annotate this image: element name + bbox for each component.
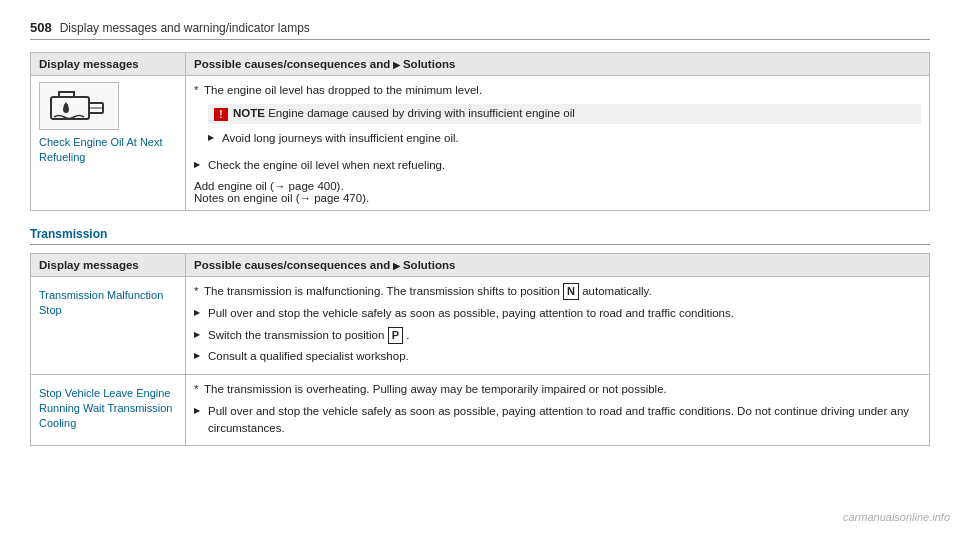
s2-display-cell-1: Transmission MalfunctionStop xyxy=(31,276,186,374)
section1-table: Display messages Possible causes/consequ… xyxy=(30,52,930,211)
table-row: Check Engine Oil At Next Refueling The e… xyxy=(31,76,930,211)
table-row: Transmission MalfunctionStop The transmi… xyxy=(31,276,930,374)
sub-bullet-list: Avoid long journeys with insufficient en… xyxy=(208,128,921,149)
s2-display-cell-2: Stop Vehicle Leave EngineRunning Wait Tr… xyxy=(31,374,186,446)
s2-col2-header: Possible causes/consequences and ▶ Solut… xyxy=(186,253,930,276)
oil-can-icon xyxy=(49,87,109,125)
list-item: Avoid long journeys with insufficient en… xyxy=(208,128,921,149)
list-item: Pull over and stop the vehicle safely as… xyxy=(194,303,921,324)
main-bullet-list: Check the engine oil level when next ref… xyxy=(194,155,921,176)
display-cell: Check Engine Oil At Next Refueling xyxy=(31,76,186,211)
page-number: 508 xyxy=(30,20,52,35)
oil-icon-box xyxy=(39,82,119,130)
list-item: Check the engine oil level when next ref… xyxy=(194,155,921,176)
note-text: NOTE Engine damage caused by driving wit… xyxy=(233,107,575,119)
s2-solutions-arrow: ▶ xyxy=(393,261,403,271)
s2-causes-cell-2: The transmission is overheating. Pulling… xyxy=(186,374,930,446)
watermark: carmanualsonline.info xyxy=(843,511,950,523)
refs: Add engine oil (→ page 400). Notes on en… xyxy=(194,180,921,204)
causes-cell-1: The engine oil level has dropped to the … xyxy=(186,76,930,211)
s2-causes-cell-1: The transmission is malfunctioning. The … xyxy=(186,276,930,374)
stop-vehicle-label: Stop Vehicle Leave EngineRunning Wait Tr… xyxy=(39,386,177,432)
gear-n-indicator: N xyxy=(563,283,579,300)
page-title: Display messages and warning/indicator l… xyxy=(60,21,310,35)
s2-bullet-list-1: Pull over and stop the vehicle safely as… xyxy=(194,303,921,367)
col2-header: Possible causes/consequences and ▶ Solut… xyxy=(186,53,930,76)
note-icon: ! xyxy=(214,108,228,121)
s2-bullet-list-2: Pull over and stop the vehicle safely as… xyxy=(194,401,921,440)
transmission-section-header: Transmission xyxy=(30,227,930,245)
star-item-1: The engine oil level has dropped to the … xyxy=(194,82,921,99)
gear-p-indicator: P xyxy=(388,327,403,344)
list-item: Consult a qualified specialist workshop. xyxy=(194,346,921,367)
table-row: Stop Vehicle Leave EngineRunning Wait Tr… xyxy=(31,374,930,446)
list-item: Pull over and stop the vehicle safely as… xyxy=(194,401,921,440)
list-item: Switch the transmission to position P . xyxy=(194,325,921,347)
note-box: ! NOTE Engine damage caused by driving w… xyxy=(208,104,921,124)
s2-col1-header: Display messages xyxy=(31,253,186,276)
col1-header: Display messages xyxy=(31,53,186,76)
ref-2: Notes on engine oil (→ page 470). xyxy=(194,192,921,204)
section2-table: Display messages Possible causes/consequ… xyxy=(30,253,930,447)
display-message-1: Check Engine Oil At Next Refueling xyxy=(39,135,177,166)
solutions-arrow: ▶ xyxy=(393,60,403,70)
s2-star-item-1: The transmission is malfunctioning. The … xyxy=(194,283,921,301)
page-header: 508 Display messages and warning/indicat… xyxy=(30,20,930,40)
ref-1: Add engine oil (→ page 400). xyxy=(194,180,921,192)
s2-star-item-2: The transmission is overheating. Pulling… xyxy=(194,381,921,398)
transmission-malfunction-label: Transmission MalfunctionStop xyxy=(39,288,177,319)
